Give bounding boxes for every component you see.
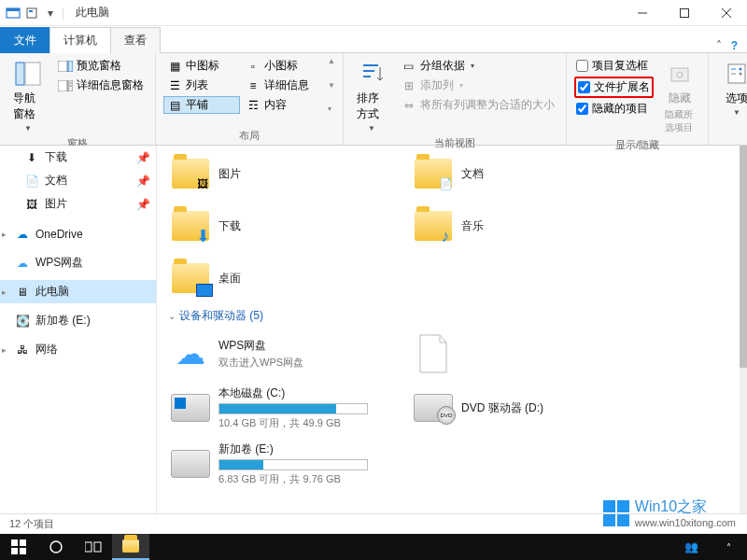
add-columns-button[interactable]: ⊞添加列▾ [398,77,558,94]
people-button[interactable]: 👥 [672,534,710,560]
maximize-button[interactable] [663,0,705,26]
dvd-icon: DVD [414,394,453,422]
svg-rect-8 [16,63,24,85]
qat-dropdown-icon[interactable]: ▾ [43,6,58,21]
usage-bar [218,459,368,470]
nav-documents[interactable]: 📄文档📌 [0,169,156,192]
ribbon-group-currentview: 排序方式 ▼ ▭分组依据▾ ⊞添加列▾ ⇔将所有列调整为合适的大小 当前视图 [344,53,567,145]
svg-rect-3 [29,10,33,12]
drive-dvd[interactable]: DVD DVD 驱动器 (D:) [409,382,633,434]
desktop-icon [196,284,213,297]
folder-icon [122,539,139,553]
download-icon: ⬇ [192,228,213,245]
navigation-pane: ⬇下载📌 📄文档📌 🖼图片📌 ▸☁OneDrive ☁WPS网盘 ▸🖥此电脑 💽… [0,146,157,515]
nav-downloads[interactable]: ⬇下载📌 [0,146,156,169]
nav-wps[interactable]: ☁WPS网盘 [0,251,156,274]
ribbon-group-layout: ▦中图标 ▫小图标 ☰列表 ≡详细信息 ▤平铺 ☶内容 ▲ ▼ ▾ 布局 [156,53,344,145]
qat-properties-icon[interactable] [24,6,39,21]
chevron-right-icon[interactable]: ▸ [2,230,7,239]
tab-view[interactable]: 查看 [110,27,161,53]
svg-rect-28 [11,548,18,554]
drive-wps[interactable]: ☁ WPS网盘双击进入WPS网盘 [166,329,390,378]
ribbon: 导航窗格 ▼ 预览窗格 详细信息窗格 窗格 ▦中图标 ▫小图标 ☰列表 ≡详细信… [0,52,747,146]
hide-selected-button[interactable]: 隐藏 隐藏所选项目 [659,57,700,136]
network-icon: 🖧 [15,343,30,357]
start-button[interactable] [0,534,37,560]
document-icon: 📄 [435,175,456,192]
svg-rect-19 [671,68,688,81]
svg-rect-2 [27,8,36,18]
svg-rect-12 [58,80,67,91]
checkbox-file-extensions[interactable]: 文件扩展名 [574,77,654,98]
cloud-icon: ☁ [170,333,211,374]
file-icon [413,333,454,374]
main-pane: 🖼 图片 📄 文档 ⬇ 下载 ♪ 音乐 桌面 ⌄ 设备和驱动器 (5) [157,146,740,515]
tab-computer[interactable]: 计算机 [49,27,111,53]
task-view-button[interactable] [75,534,112,560]
folder-desktop[interactable]: 桌面 [166,254,390,302]
usage-bar [218,403,368,414]
nav-pictures[interactable]: 🖼图片📌 [0,192,156,216]
drive-icon: 💽 [15,314,30,329]
layout-tiles[interactable]: ▤平铺 [163,96,240,114]
nav-onedrive[interactable]: ▸☁OneDrive [0,223,156,245]
options-button[interactable]: 选项 ▼ [716,57,747,119]
layout-medium-icons[interactable]: ▦中图标 [163,57,240,75]
close-button[interactable] [705,0,747,26]
chevron-right-icon[interactable]: ▸ [2,287,7,297]
cloud-icon: ☁ [15,256,30,271]
status-item-count: 12 个项目 [9,517,54,531]
ribbon-group-options: 选项 ▼ [709,53,747,145]
nav-this-pc[interactable]: ▸🖥此电脑 [0,280,156,303]
nav-pane-button[interactable]: 导航窗格 ▼ [7,57,49,134]
content-area: ⬇下载📌 📄文档📌 🖼图片📌 ▸☁OneDrive ☁WPS网盘 ▸🖥此电脑 💽… [0,146,740,515]
document-icon: 📄 [24,174,39,189]
taskbar-explorer[interactable] [112,534,149,560]
layout-scroll-up[interactable]: ▲ [328,57,335,65]
pin-icon: 📌 [136,151,150,164]
preview-pane-button[interactable]: 预览窗格 [54,57,148,75]
cortana-button[interactable] [37,534,75,560]
layout-content[interactable]: ☶内容 [242,96,318,114]
nav-new-volume[interactable]: 💽新加卷 (E:) [0,309,156,332]
svg-point-30 [50,541,62,553]
nav-network[interactable]: ▸🖧网络 [0,338,156,361]
sort-button[interactable]: 排序方式 ▼ [351,57,392,134]
ribbon-collapse-icon[interactable]: ˄ [716,39,722,52]
scrollbar[interactable] [740,146,747,515]
checkbox-hidden-items[interactable]: 隐藏的项目 [574,100,654,118]
layout-list[interactable]: ☰列表 [163,77,240,94]
details-pane-button[interactable]: 详细信息窗格 [54,77,148,94]
download-icon: ⬇ [24,150,39,165]
section-devices[interactable]: ⌄ 设备和驱动器 (5) [166,302,730,329]
ribbon-group-panes: 导航窗格 ▼ 预览窗格 详细信息窗格 窗格 [0,53,156,145]
help-icon[interactable]: ? [731,39,738,52]
folder-pictures[interactable]: 🖼 图片 [166,149,390,198]
chevron-right-icon[interactable]: ▸ [2,345,7,355]
app-icon [6,6,21,21]
folder-downloads[interactable]: ⬇ 下载 [166,202,390,250]
pin-icon: 📌 [136,198,150,211]
ribbon-tabs: 文件 计算机 查看 ˄ ? [0,26,747,52]
layout-small-icons[interactable]: ▫小图标 [242,57,318,75]
fit-columns-button[interactable]: ⇔将所有列调整为合适的大小 [398,96,558,114]
layout-details[interactable]: ≡详细信息 [242,77,318,94]
svg-rect-32 [94,542,101,552]
layout-more[interactable]: ▾ [328,105,335,113]
scrollbar-thumb[interactable] [740,146,747,368]
group-by-button[interactable]: ▭分组依据▾ [398,57,558,75]
window-title: 此电脑 [76,5,109,21]
drive-icon [171,394,210,422]
music-icon: ♪ [435,228,456,245]
drive-c[interactable]: 本地磁盘 (C:) 10.4 GB 可用，共 49.9 GB [166,382,390,434]
minimize-button[interactable] [621,0,663,26]
folder-music[interactable]: ♪ 音乐 [409,202,633,250]
tab-file[interactable]: 文件 [0,27,50,53]
cloud-icon: ☁ [15,227,30,242]
tray-up-icon[interactable]: ˄ [710,534,747,560]
folder-documents[interactable]: 📄 文档 [409,149,633,198]
drive-blank[interactable] [409,329,633,378]
checkbox-item-checkboxes[interactable]: 项目复选框 [574,57,654,75]
drive-e[interactable]: 新加卷 (E:) 6.83 GB 可用，共 9.76 GB [166,438,390,490]
layout-scroll-down[interactable]: ▼ [328,81,335,90]
